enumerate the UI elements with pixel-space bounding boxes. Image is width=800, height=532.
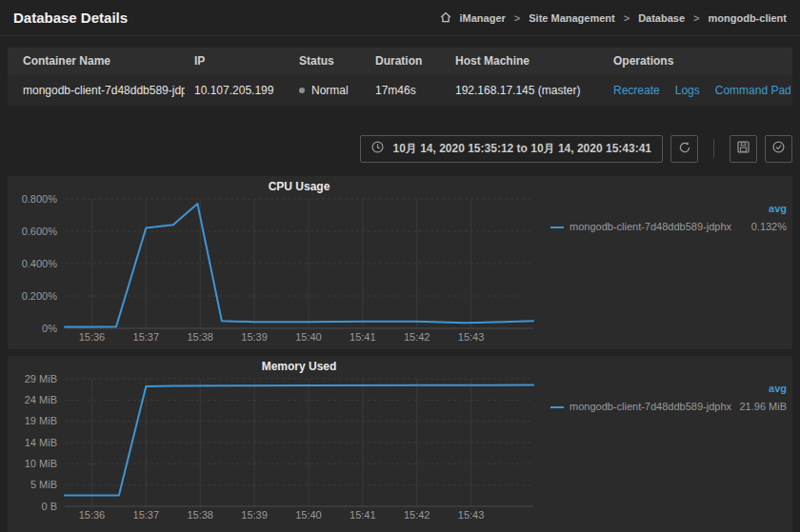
legend-series-name[interactable]: mongodb-client-7d48ddb589-jdphx [550, 221, 731, 232]
recreate-link[interactable]: Recreate [613, 84, 660, 97]
svg-text:10 MiB: 10 MiB [25, 458, 57, 469]
logs-link[interactable]: Logs [675, 84, 700, 97]
svg-text:24 MiB: 24 MiB [25, 394, 57, 405]
operations-cell: Recreate Logs Command Pad [604, 84, 792, 97]
status-text: Normal [311, 84, 349, 97]
breadcrumb-separator: > [693, 12, 699, 24]
time-range-picker[interactable]: 10月 14, 2020 15:35:12 to 10月 14, 2020 15… [360, 135, 663, 163]
time-toolbar: 10月 14, 2020 15:35:12 to 10月 14, 2020 15… [8, 134, 792, 163]
memory-chart-canvas[interactable]: 15:3615:3715:3815:3915:4015:4115:4215:43… [8, 375, 550, 527]
svg-text:15:43: 15:43 [458, 331, 485, 343]
home-icon[interactable] [440, 11, 451, 25]
breadcrumb: iManager > Site Management > Database > … [440, 11, 788, 25]
legend-series-name[interactable]: mongodb-client-7d48ddb589-jdphx [550, 401, 731, 412]
svg-text:15:36: 15:36 [79, 331, 106, 343]
svg-text:14 MiB: 14 MiB [25, 437, 57, 448]
svg-text:19 MiB: 19 MiB [25, 415, 57, 426]
series-color-marker [550, 227, 564, 228]
legend-current-header[interactable]: current▾ [787, 203, 800, 214]
page-header: Database Details iManager > Site Managem… [0, 0, 800, 36]
series-current-value: 27.58 MiB [787, 401, 800, 412]
refresh-icon [678, 141, 691, 157]
status-dot-icon [299, 88, 305, 93]
svg-text:15:40: 15:40 [295, 509, 322, 521]
table-row: mongodb-client-7d48ddb589-jdphx 10.107.2… [8, 74, 792, 106]
container-table: Container Name IP Status Duration Host M… [8, 48, 792, 106]
series-avg-value: 21.96 MiB [731, 401, 787, 412]
breadcrumb-database[interactable]: Database [638, 12, 685, 24]
cpu-chart-legend: avg current▾ mongodb-client-7d48ddb589-j… [550, 195, 800, 345]
col-operations: Operations [604, 54, 792, 68]
col-container-name: Container Name [8, 54, 185, 68]
svg-text:15:41: 15:41 [350, 331, 376, 343]
svg-text:15:38: 15:38 [187, 509, 213, 521]
svg-text:15:38: 15:38 [187, 331, 213, 343]
breadcrumb-separator: > [624, 12, 630, 24]
save-image-icon [737, 141, 750, 156]
host-machine-value: 192.168.17.145 (master) [446, 84, 604, 97]
col-duration: Duration [366, 54, 446, 68]
refresh-button[interactable] [670, 135, 698, 163]
svg-text:15:42: 15:42 [404, 331, 430, 343]
svg-text:0.800%: 0.800% [22, 195, 58, 205]
svg-text:15:42: 15:42 [404, 509, 430, 521]
legend-avg-header[interactable]: avg [731, 203, 787, 214]
schedule-button[interactable] [765, 135, 792, 163]
save-image-button[interactable] [730, 135, 757, 163]
col-ip: IP [185, 54, 290, 68]
breadcrumb-current: mongodb-client [709, 12, 788, 24]
series-current-value: 0.038% [787, 221, 800, 232]
svg-text:15:39: 15:39 [241, 509, 268, 521]
status-value: Normal [290, 84, 366, 97]
legend-avg-header[interactable]: avg [731, 383, 787, 394]
svg-text:15:43: 15:43 [458, 509, 485, 521]
svg-text:15:39: 15:39 [241, 331, 268, 343]
svg-text:0 B: 0 B [41, 501, 57, 512]
svg-text:0.200%: 0.200% [22, 290, 58, 302]
svg-text:0.600%: 0.600% [22, 226, 58, 237]
breadcrumb-site-management[interactable]: Site Management [529, 12, 614, 24]
col-host-machine: Host Machine [446, 54, 604, 68]
series-avg-value: 0.132% [731, 221, 787, 232]
svg-text:29 MiB: 29 MiB [25, 375, 57, 384]
ip-value: 10.107.205.199 [185, 84, 290, 97]
check-circle-icon [772, 141, 785, 156]
legend-current-header[interactable]: current▾ [787, 383, 800, 394]
clock-icon [371, 141, 384, 156]
table-header-row: Container Name IP Status Duration Host M… [8, 48, 792, 74]
svg-text:15:37: 15:37 [133, 509, 160, 521]
duration-value: 17m46s [366, 84, 446, 97]
col-status: Status [290, 54, 366, 68]
svg-text:0.400%: 0.400% [22, 258, 58, 269]
memory-used-panel: Memory Used 15:3615:3715:3815:3915:4015:… [8, 356, 792, 532]
command-pad-link[interactable]: Command Pad [715, 84, 791, 97]
cpu-usage-panel: CPU Usage 15:3615:3715:3815:3915:4015:41… [8, 176, 792, 349]
cpu-chart-canvas[interactable]: 15:3615:3715:3815:3915:4015:4115:4215:43… [8, 195, 550, 345]
svg-text:5 MiB: 5 MiB [30, 479, 57, 490]
svg-text:0%: 0% [42, 323, 57, 334]
page-title: Database Details [13, 10, 128, 26]
cpu-chart-title: CPU Usage [65, 178, 533, 195]
series-color-marker [550, 406, 564, 408]
svg-text:15:36: 15:36 [79, 509, 106, 521]
breadcrumb-imanager[interactable]: iManager [460, 12, 506, 24]
svg-text:15:41: 15:41 [350, 509, 376, 521]
container-name-value: mongodb-client-7d48ddb589-jdphx [8, 84, 185, 97]
toolbar-divider [713, 139, 714, 158]
memory-chart-title: Memory Used [65, 358, 533, 375]
time-range-text: 10月 14, 2020 15:35:12 to 10月 14, 2020 15… [392, 141, 651, 157]
svg-text:15:40: 15:40 [295, 331, 322, 343]
svg-text:15:37: 15:37 [133, 331, 160, 343]
memory-chart-legend: avg current▾ mongodb-client-7d48ddb589-j… [550, 375, 800, 527]
breadcrumb-separator: > [514, 12, 520, 24]
